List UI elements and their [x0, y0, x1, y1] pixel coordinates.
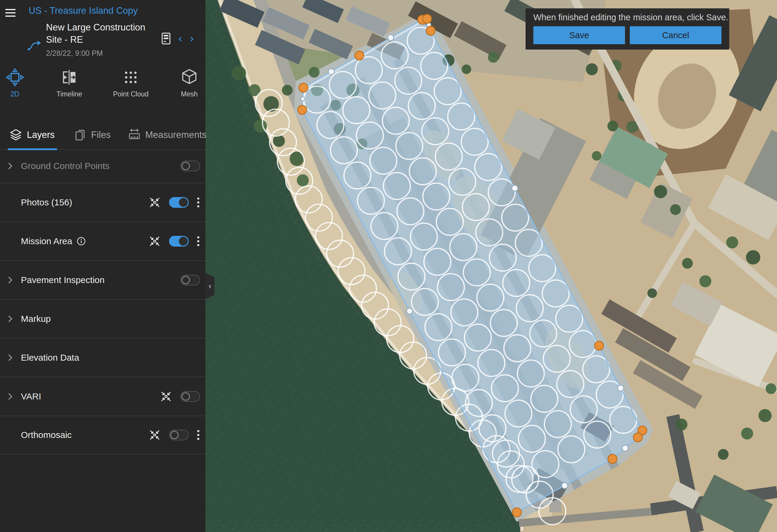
- save-button[interactable]: Save: [533, 26, 625, 44]
- layer-menu-icon[interactable]: [197, 235, 200, 248]
- vertex-handle[interactable]: [513, 508, 521, 517]
- layer-label: Mission Area: [21, 236, 72, 246]
- map-tree: [647, 288, 657, 298]
- next-mission-chevron-icon[interactable]: ›: [190, 33, 194, 44]
- mission-name: New Large Construction Site - RE: [46, 21, 146, 46]
- midpoint-handle[interactable]: [301, 97, 305, 101]
- layer-visibility-toggle[interactable]: [180, 161, 200, 171]
- layer-row-elevation-data[interactable]: Elevation Data: [0, 338, 205, 377]
- map-tree: [586, 63, 598, 75]
- sidebar-tabs: Layers Files Measurements: [0, 121, 205, 150]
- menu-icon[interactable]: [5, 9, 15, 17]
- layer-visibility-toggle[interactable]: [180, 275, 200, 285]
- layer-row-markup[interactable]: Markup: [0, 299, 205, 338]
- mission-card-icon[interactable]: [161, 32, 171, 45]
- tab-layers[interactable]: Layers: [9, 121, 54, 149]
- expand-chevron-icon[interactable]: [7, 353, 13, 362]
- vertex-handle[interactable]: [355, 51, 364, 60]
- view-2d-button[interactable]: 2D: [4, 68, 26, 107]
- view-timeline-button[interactable]: Timeline: [54, 68, 85, 107]
- view-point-cloud-button[interactable]: Point Cloud: [110, 68, 151, 107]
- mesh-cube-icon: [180, 68, 199, 87]
- map-tree: [282, 85, 293, 96]
- midpoint-handle[interactable]: [622, 445, 628, 451]
- midpoint-handle[interactable]: [512, 185, 518, 191]
- layer-row-mission-area[interactable]: Mission Area: [0, 222, 205, 260]
- vertex-handle[interactable]: [298, 105, 307, 114]
- layer-row-ground-control-points[interactable]: Ground Control Points: [0, 149, 205, 183]
- zoom-to-layer-icon[interactable]: [159, 390, 173, 403]
- measurements-icon: [127, 128, 141, 142]
- flight-plan-icon: [27, 40, 42, 52]
- map-tree: [273, 135, 285, 147]
- collapse-chevron-icon: ‹: [208, 281, 211, 290]
- map-tree: [682, 258, 693, 269]
- midpoint-handle[interactable]: [388, 35, 394, 40]
- midpoint-handle[interactable]: [407, 308, 413, 314]
- map-tree: [607, 121, 618, 131]
- layer-label: Elevation Data: [21, 353, 79, 363]
- prev-mission-chevron-icon[interactable]: ‹: [178, 33, 183, 44]
- layer-label: Ground Control Points: [21, 161, 110, 171]
- midpoint-handle[interactable]: [618, 385, 624, 391]
- zoom-to-layer-icon[interactable]: [148, 196, 161, 209]
- map-tree: [462, 64, 471, 74]
- vertex-handle[interactable]: [423, 14, 432, 23]
- map-tree: [670, 204, 681, 215]
- info-icon[interactable]: [77, 237, 86, 246]
- expand-chevron-icon[interactable]: [7, 276, 13, 284]
- mission-header: New Large Construction Site - RE 2/28/22…: [27, 21, 146, 57]
- vertex-handle[interactable]: [299, 83, 308, 92]
- layer-label: Markup: [21, 314, 51, 324]
- midpoint-handle[interactable]: [562, 483, 568, 489]
- layer-menu-icon[interactable]: [197, 428, 200, 441]
- layer-list: Ground Control PointsPhotos (156)Mission…: [0, 149, 205, 454]
- layer-label: Pavement Inspection: [21, 275, 105, 285]
- banner-message: When finished editing the mission area, …: [533, 13, 722, 22]
- map-tree: [718, 449, 729, 460]
- tab-measurements[interactable]: Measurements: [127, 121, 207, 149]
- cancel-button[interactable]: Cancel: [630, 26, 722, 44]
- sidebar: US - Treasure Island Copy New Large Cons…: [0, 0, 205, 532]
- map-tree: [675, 419, 687, 430]
- expand-chevron-icon[interactable]: [7, 161, 13, 170]
- map-tree: [297, 174, 309, 186]
- point-cloud-icon: [122, 68, 140, 87]
- view-toolbar: 2D Timeline Point Cloud: [0, 68, 205, 107]
- zoom-to-layer-icon[interactable]: [148, 235, 161, 248]
- timeline-icon: [60, 68, 79, 87]
- layer-visibility-toggle[interactable]: [180, 391, 200, 402]
- map-tree: [726, 237, 738, 248]
- vertex-handle[interactable]: [426, 26, 435, 35]
- layer-visibility-toggle[interactable]: [169, 236, 189, 247]
- edit-mission-banner: When finished editing the mission area, …: [526, 8, 729, 49]
- map-tree: [766, 383, 776, 394]
- midpoint-handle[interactable]: [328, 69, 334, 75]
- sidebar-collapse-button[interactable]: ‹: [205, 273, 214, 299]
- map-tree: [746, 250, 760, 265]
- vertex-handle[interactable]: [608, 454, 617, 463]
- layer-visibility-toggle[interactable]: [169, 197, 189, 208]
- map-tree: [488, 52, 499, 63]
- layer-label: Orthomosaic: [21, 430, 72, 440]
- expand-chevron-icon[interactable]: [7, 392, 13, 401]
- map-tree: [759, 409, 772, 422]
- layer-row-pavement-inspection[interactable]: Pavement Inspection: [0, 260, 205, 299]
- view-mesh-button[interactable]: Mesh: [173, 68, 205, 107]
- project-title-link[interactable]: US - Treasure Island Copy: [29, 5, 138, 16]
- mission-date: 2/28/22, 9:00 PM: [46, 49, 146, 57]
- expand-chevron-icon[interactable]: [7, 314, 13, 323]
- layer-menu-icon[interactable]: [197, 196, 200, 209]
- vertex-handle[interactable]: [633, 433, 642, 442]
- map-tree: [699, 275, 711, 287]
- layer-row-vari[interactable]: VARI: [0, 377, 205, 416]
- layer-visibility-toggle[interactable]: [169, 430, 189, 440]
- vertex-handle[interactable]: [594, 341, 603, 350]
- layer-row-orthomosaic[interactable]: Orthomosaic: [0, 416, 205, 454]
- tab-files[interactable]: Files: [73, 121, 110, 149]
- map-tree: [654, 185, 667, 198]
- layer-row-photos-156[interactable]: Photos (156): [0, 183, 205, 222]
- layer-label: Photos (156): [21, 197, 72, 208]
- zoom-to-layer-icon[interactable]: [148, 428, 161, 441]
- layer-label: VARI: [21, 391, 41, 402]
